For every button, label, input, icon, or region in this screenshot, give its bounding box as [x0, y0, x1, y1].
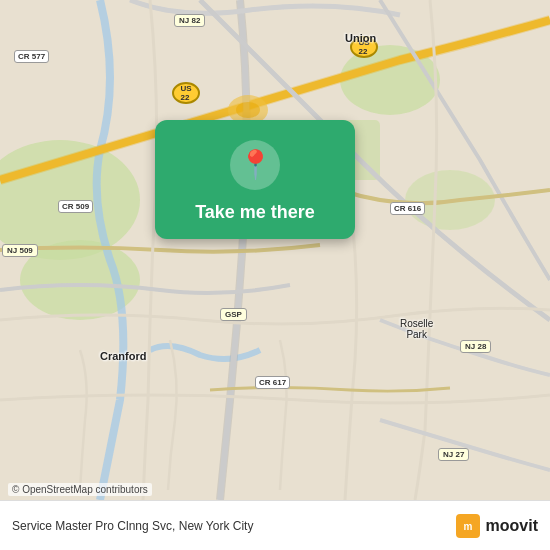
brand-logo-area: m moovit: [456, 514, 538, 538]
town-label-cranford: Cranford: [100, 350, 146, 362]
svg-text:m: m: [463, 521, 472, 532]
road-label-nj82: NJ 82: [174, 14, 205, 27]
road-label-cr509: CR 509: [58, 200, 93, 213]
moovit-text: moovit: [486, 517, 538, 535]
town-label-union: Union: [345, 32, 376, 44]
road-label-us22b: US22: [172, 82, 200, 104]
road-label-nj509: NJ 509: [2, 244, 38, 257]
road-label-cr577: CR 577: [14, 50, 49, 63]
road-label-nj27: NJ 27: [438, 448, 469, 461]
svg-point-7: [236, 102, 260, 118]
road-label-cr617: CR 617: [255, 376, 290, 389]
location-info: Service Master Pro Clnng Svc, New York C…: [12, 519, 456, 533]
take-me-there-card[interactable]: 📍 Take me there: [155, 120, 355, 239]
take-me-there-button[interactable]: Take me there: [195, 202, 315, 223]
location-icon-container: 📍: [230, 140, 280, 190]
location-pin-icon: 📍: [238, 151, 273, 179]
road-label-gsp: GSP: [220, 308, 247, 321]
map-container: NJ 82 US22 US22 CR 577 CR 509 CR 616 NJ …: [0, 0, 550, 500]
map-attribution: © OpenStreetMap contributors: [8, 483, 152, 496]
place-name: Service Master Pro Clnng Svc, New York C…: [12, 519, 456, 533]
road-label-nj28: NJ 28: [460, 340, 491, 353]
bottom-bar: Service Master Pro Clnng Svc, New York C…: [0, 500, 550, 550]
moovit-icon: m: [456, 514, 480, 538]
road-label-cr616: CR 616: [390, 202, 425, 215]
town-label-roselle-park: RosellePark: [400, 318, 433, 340]
